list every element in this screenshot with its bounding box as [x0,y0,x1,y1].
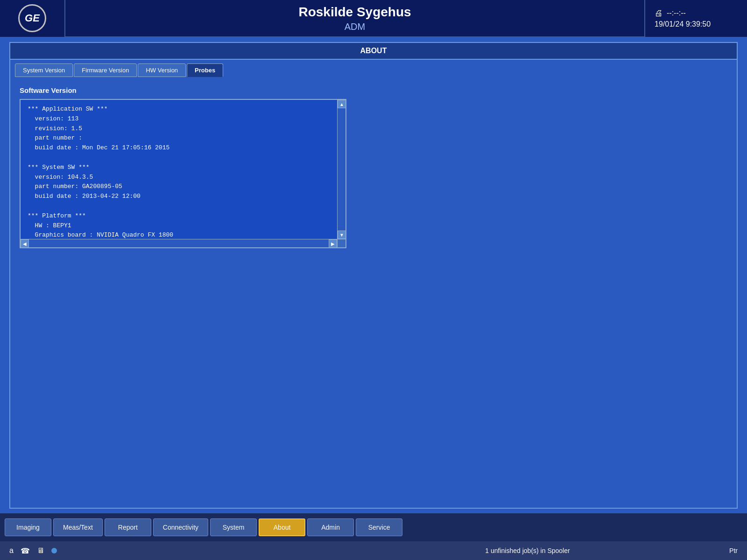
info-line-1: *** Application SW *** [28,105,338,114]
nav-btn-about[interactable]: About [259,518,305,536]
status-icon-a: a [9,546,14,555]
status-bar: a ☎ 🖥 1 unfinished job(s) in Spooler Ptr [0,541,747,560]
scroll-h-track [29,239,329,247]
info-line-10: build date : 2013-04-22 12:00 [28,192,338,202]
info-line-8: version: 104.3.5 [28,173,338,182]
status-icons: a ☎ 🖥 [9,546,355,555]
hospital-name: Roskilde Sygehus [298,5,411,20]
bottom-nav: Imaging Meas/Text Report Connectivity Sy… [0,513,747,541]
info-line-5: build date : Mon Dec 21 17:05:16 2015 [28,143,338,153]
status-icon-monitor: 🖥 [37,546,44,555]
info-box: *** Application SW *** version: 113 revi… [20,99,346,248]
scroll-v-track [338,108,345,231]
scroll-left-btn[interactable]: ◀ [21,239,29,248]
info-line-12: *** Platform *** [28,211,338,221]
nav-btn-system[interactable]: System [210,518,257,536]
info-line-3: revision: 1.5 [28,124,338,134]
logo-area: GE [0,0,65,37]
info-line-4: part number : [28,133,338,143]
info-line-2: version: 113 [28,114,338,124]
about-panel: ABOUT System Version Firmware Version HW… [9,42,738,509]
ptr-label: Ptr [700,547,738,554]
tab-hw-version[interactable]: HW Version [138,63,186,77]
nav-btn-imaging[interactable]: Imaging [5,518,51,536]
printer-icon: 🖨 [655,8,663,18]
section-label: Software Version [20,86,727,94]
info-line-6 [28,153,338,163]
nav-btn-meas-text[interactable]: Meas/Text [53,518,103,536]
scroll-up-btn[interactable]: ▲ [338,100,346,108]
datetime-display: 19/01/24 9:39:50 [655,20,711,28]
main-area: ABOUT System Version Firmware Version HW… [0,37,747,513]
nav-btn-admin[interactable]: Admin [307,518,354,536]
nav-btn-report[interactable]: Report [105,518,151,536]
nav-btn-connectivity[interactable]: Connectivity [153,518,208,536]
content-area: Software Version *** Application SW *** … [10,77,737,508]
header-center: Roskilde Sygehus ADM [65,5,644,32]
header: GE Roskilde Sygehus ADM 🖨 --:--:-- 19/01… [0,0,747,37]
tab-probes[interactable]: Probes [187,63,223,77]
status-icon-phone: ☎ [21,546,30,555]
about-panel-title: ABOUT [10,43,737,60]
ge-logo-icon: GE [18,4,46,32]
header-right: 🖨 --:--:-- 19/01/24 9:39:50 [644,0,747,37]
tab-system-version[interactable]: System Version [15,63,73,77]
tabs-bar: System Version Firmware Version HW Versi… [10,60,737,77]
scroll-down-btn[interactable]: ▼ [338,231,346,239]
info-box-content: *** Application SW *** version: 113 revi… [21,100,345,245]
scroll-right-btn[interactable]: ▶ [329,239,337,248]
status-dot-icon [51,548,57,553]
info-line-9: part number: GA200895-05 [28,182,338,192]
nav-btn-service[interactable]: Service [356,518,402,536]
tab-firmware-version[interactable]: Firmware Version [74,63,137,77]
info-line-7: *** System SW *** [28,163,338,173]
printer-time-area: 🖨 --:--:-- [655,8,686,18]
vertical-scrollbar[interactable]: ▲ ▼ [337,100,345,239]
horizontal-scrollbar[interactable]: ◀ ▶ [21,239,337,247]
info-line-11 [28,202,338,211]
info-line-13: HW : BEPY1 [28,221,338,231]
time-display: --:--:-- [667,9,686,17]
status-message: 1 unfinished job(s) in Spooler [355,547,700,554]
mode-label: ADM [345,21,365,32]
scrollbar-corner [337,239,345,247]
